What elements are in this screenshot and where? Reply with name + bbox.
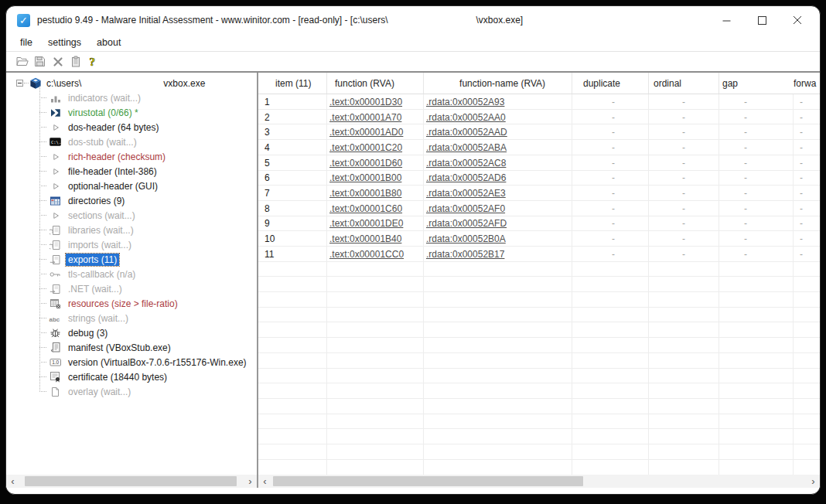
page-curl-icon (49, 239, 62, 251)
help-button[interactable]: ? (84, 53, 102, 70)
title-bar: ✓ pestudio 9.49 - Malware Initial Assess… (6, 6, 820, 34)
tree-item-overlay[interactable]: overlay (wait...) (6, 384, 257, 399)
tree-scrollbar-track[interactable] (19, 475, 244, 488)
close-button[interactable] (780, 6, 815, 34)
tree-item-sections[interactable]: sections (wait...) (6, 208, 257, 223)
function-rva-link[interactable]: .text:0x00001A70 (329, 112, 401, 123)
minimize-button[interactable] (708, 6, 744, 34)
function-name-rva-link[interactable]: .rdata:0x00052B17 (426, 249, 504, 260)
tree-item-resources[interactable]: resources (size > file-ratio) (6, 296, 257, 311)
column-header[interactable]: function-name (RVA) (424, 73, 572, 94)
cell-function-rva: .text:0x00001C20 (327, 142, 424, 153)
function-rva-link[interactable]: .text:0x00001DE0 (329, 218, 403, 229)
open-file-button[interactable] (13, 53, 31, 70)
tree-item-dos-stub[interactable]: C:\. dos-stub (wait...) (6, 135, 257, 149)
tree-item-manifest[interactable]: manifest (VBoxStub.exe) (6, 340, 257, 355)
cell-duplicate: - (572, 142, 649, 153)
function-rva-link[interactable]: .text:0x00001C20 (329, 142, 402, 153)
triangle-icon (49, 180, 62, 192)
cell-item-number: 3 (258, 127, 327, 138)
tree-item-directories[interactable]: directories (9) (6, 193, 257, 208)
cell-gap: - (719, 249, 794, 260)
cell-item-number: 1 (258, 97, 327, 107)
clipboard-icon (70, 56, 81, 67)
column-header[interactable]: gap (719, 73, 794, 94)
tree-horizontal-scrollbar[interactable]: ‹ › (6, 475, 257, 488)
function-name-rva-link[interactable]: .rdata:0x00052AD6 (426, 172, 506, 183)
function-name-rva-link[interactable]: .rdata:0x00052AF0 (426, 203, 505, 214)
function-rva-link[interactable]: .text:0x00001D60 (329, 158, 402, 169)
function-rva-link[interactable]: .text:0x00001B80 (329, 188, 401, 199)
tree-item-file-header[interactable]: file-header (Intel-386) (6, 164, 257, 179)
function-name-rva-link[interactable]: .rdata:0x00052ABA (426, 142, 507, 153)
function-name-rva-link[interactable]: .rdata:0x00052AE3 (426, 188, 506, 199)
tree-item-rich-header[interactable]: rich-header (checksum) (6, 149, 257, 164)
cell-item-number: 5 (258, 158, 327, 169)
function-rva-link[interactable]: .text:0x00001CC0 (329, 249, 404, 260)
tree-scrollbar-thumb[interactable] (25, 476, 237, 486)
function-name-rva-link[interactable]: .rdata:0x00052AAD (426, 127, 507, 138)
function-rva-link[interactable]: .text:0x00001B00 (329, 172, 401, 183)
column-header[interactable]: item (11) (258, 73, 327, 94)
menu-about[interactable]: about (89, 34, 128, 51)
tree-item-indicators[interactable]: indicators (wait...) (6, 90, 257, 105)
tree-item-imports[interactable]: imports (wait...) (6, 237, 257, 252)
function-name-rva-link[interactable]: .rdata:0x00052AA0 (426, 112, 506, 123)
function-name-rva-link[interactable]: .rdata:0x00052AC8 (426, 158, 506, 169)
tree-item-optional-header[interactable]: optional-header (GUI) (6, 179, 257, 193)
manifest-icon (49, 342, 62, 354)
tree-item-dos-header[interactable]: dos-header (64 bytes) (6, 120, 257, 135)
tree-item-libraries[interactable]: libraries (wait...) (6, 223, 257, 237)
tree-item-label: debug (3) (66, 327, 110, 339)
cell-item-number: 4 (258, 142, 327, 153)
function-rva-link[interactable]: .text:0x00001D30 (329, 97, 402, 107)
table-scrollbar-thumb[interactable] (273, 476, 583, 486)
tree-root-item[interactable]: c:\users\vxbox.exe (6, 76, 257, 90)
tree-item-debug[interactable]: debug (3) (6, 325, 257, 340)
column-header[interactable]: duplicate (572, 73, 649, 94)
column-header[interactable]: ordinal (649, 73, 719, 94)
svg-text:C:\.: C:\. (51, 140, 61, 145)
function-rva-link[interactable]: .text:0x00001C60 (329, 203, 402, 214)
tree-item-label: dos-stub (wait...) (66, 136, 139, 148)
tree-item-label: overlay (wait...) (66, 386, 133, 398)
collapse-expander-icon[interactable] (16, 80, 23, 87)
tree-item-label: manifest (VBoxStub.exe) (66, 342, 173, 354)
cell-forwarded: - (794, 233, 820, 244)
main-content: c:\users\vxbox.exe indicators (wait...) … (6, 73, 820, 488)
svg-text:abc: abc (49, 315, 60, 322)
triangle-icon (49, 209, 62, 222)
column-header[interactable]: forwa (794, 73, 821, 94)
table-scrollbar-track[interactable] (271, 475, 807, 488)
tree-item-version[interactable]: 1.0 version (VirtualBox-7.0.6-r155176-Wi… (6, 355, 257, 369)
tree-item-exports[interactable]: exports (11) (6, 252, 257, 267)
function-name-rva-link[interactable]: .rdata:0x00052AFD (426, 218, 507, 229)
scroll-left-icon[interactable]: ‹ (258, 475, 271, 488)
function-rva-link[interactable]: .text:0x00001AD0 (329, 127, 403, 138)
tree-item-certificate[interactable]: certificate (18440 bytes) (6, 369, 257, 384)
menu-file[interactable]: file (12, 34, 40, 51)
tree-item-label: strings (wait...) (66, 312, 131, 325)
maximize-button[interactable] (744, 6, 780, 34)
scroll-right-icon[interactable]: › (807, 475, 820, 488)
function-name-rva-link[interactable]: .rdata:0x00052B0A (426, 233, 506, 244)
menu-settings[interactable]: settings (40, 34, 89, 51)
scroll-right-icon[interactable]: › (244, 475, 257, 488)
tree-item-dotnet[interactable]: .NET (wait...) (6, 281, 257, 296)
tree-item-virustotal[interactable]: virustotal (0/66) * (6, 105, 257, 120)
save-button[interactable] (31, 53, 49, 70)
cell-forwarded: - (794, 158, 820, 169)
function-rva-link[interactable]: .text:0x00001B40 (329, 233, 401, 244)
table-horizontal-scrollbar[interactable]: ‹ › (258, 475, 820, 488)
table-row: 3 .text:0x00001AD0 .rdata:0x00052AAD - -… (258, 124, 820, 140)
close-file-button[interactable] (49, 53, 67, 70)
tree-item-tls-callback[interactable]: tls-callback (n/a) (6, 267, 257, 281)
scroll-left-icon[interactable]: ‹ (6, 475, 19, 488)
tree-item-strings[interactable]: abc strings (wait...) (6, 311, 257, 325)
cell-forwarded: - (794, 97, 820, 107)
copy-button[interactable] (67, 53, 84, 70)
column-header[interactable]: function (RVA) (327, 73, 424, 94)
cell-duplicate: - (572, 188, 649, 199)
cell-item-number: 11 (258, 249, 327, 260)
function-name-rva-link[interactable]: .rdata:0x00052A93 (426, 97, 504, 107)
